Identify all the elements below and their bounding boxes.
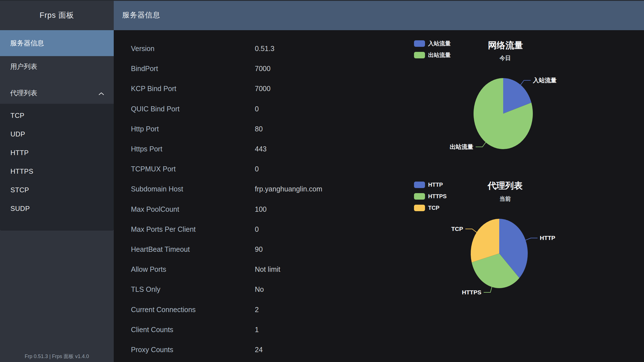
info-row-http-port: Http Port80 — [114, 125, 396, 133]
window-top-edge — [0, 0, 644, 1]
info-value: 100 — [255, 205, 267, 213]
sidebar-item-user-list[interactable]: 用户列表 — [0, 56, 114, 77]
pie-label: 出站流量 — [450, 144, 474, 150]
info-label: Allow Ports — [131, 265, 166, 273]
info-value: 2 — [255, 305, 259, 314]
legend-swatch — [414, 205, 425, 211]
network-traffic-pie-chart: 入站流量出站流量 — [440, 65, 598, 161]
info-value: 1 — [255, 325, 259, 334]
info-label: TCPMUX Port — [131, 165, 176, 173]
info-label: Max Ports Per Client — [131, 225, 196, 233]
page-title: 服务器信息 — [122, 10, 160, 20]
info-value: No — [255, 285, 264, 293]
pie-label: 入站流量 — [533, 77, 557, 83]
sidebar-subitem-udp[interactable]: UDP — [0, 125, 114, 144]
legend-swatch — [414, 40, 425, 47]
legend-label: HTTPS — [428, 193, 447, 200]
info-row-bindport: BindPort7000 — [114, 64, 396, 73]
info-label: HeartBeat Timeout — [131, 245, 190, 253]
legend-item-出站流量[interactable]: 出站流量 — [414, 52, 451, 58]
legend-item-HTTPS[interactable]: HTTPS — [414, 193, 447, 200]
pie-label-leader — [465, 229, 477, 232]
info-row-subdomain-host: Subdomain Hostfrp.yanghuanglin.com — [114, 185, 396, 193]
pie-label: HTTP — [540, 235, 555, 241]
info-row-kcp-bind-port: KCP Bind Port7000 — [114, 84, 396, 93]
network-traffic-subtitle: 今日 — [500, 54, 511, 62]
info-label: Subdomain Host — [131, 185, 183, 193]
info-label: Http Port — [131, 125, 159, 133]
pie-label-leader — [521, 80, 531, 85]
info-row-proxy-counts: Proxy Counts24 — [114, 345, 396, 354]
info-label: QUIC Bind Port — [131, 105, 179, 113]
pie-label: TCP — [451, 226, 463, 232]
page-header: 服务器信息 — [114, 0, 644, 30]
sidebar-item-label: 代理列表 — [10, 89, 37, 98]
sidebar-subitem-stcp[interactable]: STCP — [0, 181, 114, 199]
info-label: Https Port — [131, 145, 162, 153]
info-value: 443 — [255, 145, 267, 153]
legend-item-HTTP[interactable]: HTTP — [414, 182, 447, 188]
pie-label-leader — [525, 238, 538, 240]
legend-swatch — [414, 193, 425, 200]
info-label: Proxy Counts — [131, 345, 173, 354]
proxy-list-pie-chart: HTTPHTTPSTCP — [435, 209, 604, 310]
info-row-current-connections: Current Connections2 — [114, 305, 396, 314]
info-row-tcpmux-port: TCPMUX Port0 — [114, 165, 396, 173]
info-row-client-counts: Client Counts1 — [114, 325, 396, 334]
sidebar-item-server-info[interactable]: 服务器信息 — [0, 30, 114, 56]
info-value: 90 — [255, 245, 263, 253]
info-value: 7000 — [255, 84, 271, 93]
info-label: Max PoolCount — [131, 205, 179, 213]
info-row-quic-bind-port: QUIC Bind Port0 — [114, 105, 396, 113]
info-value: 0 — [255, 165, 259, 173]
proxy-list-subtitle: 当前 — [500, 195, 511, 203]
info-value: 0 — [255, 225, 259, 233]
sidebar-item-label: 用户列表 — [10, 62, 37, 71]
legend-swatch — [414, 52, 425, 58]
chevron-up-icon — [98, 89, 104, 97]
info-row-max-ports-per-client: Max Ports Per Client0 — [114, 225, 396, 233]
info-row-heartbeat-timeout: HeartBeat Timeout90 — [114, 245, 396, 253]
info-row-https-port: Https Port443 — [114, 145, 396, 153]
legend-item-入站流量[interactable]: 入站流量 — [414, 40, 451, 47]
sidebar-subitem-tcp[interactable]: TCP — [0, 106, 114, 125]
legend-label: 出站流量 — [428, 51, 451, 59]
legend-label: HTTP — [428, 182, 443, 188]
info-label: Current Connections — [131, 305, 196, 314]
info-label: KCP Bind Port — [131, 84, 176, 93]
info-row-version: Version0.51.3 — [114, 44, 396, 53]
pie-label: HTTPS — [462, 289, 481, 295]
info-value: 24 — [255, 345, 263, 354]
app-title: Frps 面板 — [0, 0, 114, 30]
info-label: BindPort — [131, 64, 158, 73]
info-label: Version — [131, 44, 154, 53]
network-traffic-legend: 入站流量出站流量 — [414, 40, 451, 58]
proxy-list-legend: HTTPHTTPSTCP — [414, 182, 447, 211]
info-value: Not limit — [255, 265, 280, 273]
version-footer: Frp 0.51.3 | Frps 面板 v1.4.0 — [0, 353, 114, 360]
proxy-list-title: 代理列表 — [488, 180, 523, 192]
sidebar-item-proxy-list[interactable]: 代理列表 — [0, 83, 114, 103]
legend-label: 入站流量 — [428, 40, 451, 47]
legend-swatch — [414, 182, 425, 188]
info-value: frp.yanghuanglin.com — [255, 185, 322, 193]
info-row-allow-ports: Allow PortsNot limit — [114, 265, 396, 273]
pie-label-leader — [476, 142, 486, 147]
proxy-type-submenu: TCPUDPHTTPHTTPSSTCPSUDP — [0, 104, 114, 231]
sidebar-subitem-http[interactable]: HTTP — [0, 144, 114, 162]
info-value: 0.51.3 — [255, 44, 275, 53]
sidebar: Frps 面板 服务器信息用户列表代理列表 TCPUDPHTTPHTTPSSTC… — [0, 0, 114, 362]
info-value: 80 — [255, 125, 263, 133]
pie-label-leader — [484, 287, 492, 292]
info-label: Client Counts — [131, 325, 173, 334]
sidebar-subitem-https[interactable]: HTTPS — [0, 162, 114, 181]
sidebar-subitem-sudp[interactable]: SUDP — [0, 199, 114, 218]
network-traffic-title: 网络流量 — [488, 39, 523, 51]
sidebar-item-label: 服务器信息 — [10, 39, 44, 48]
info-row-max-poolcount: Max PoolCount100 — [114, 205, 396, 213]
info-row-tls-only: TLS OnlyNo — [114, 285, 396, 293]
info-label: TLS Only — [131, 285, 160, 293]
info-value: 7000 — [255, 64, 271, 73]
info-value: 0 — [255, 105, 259, 113]
